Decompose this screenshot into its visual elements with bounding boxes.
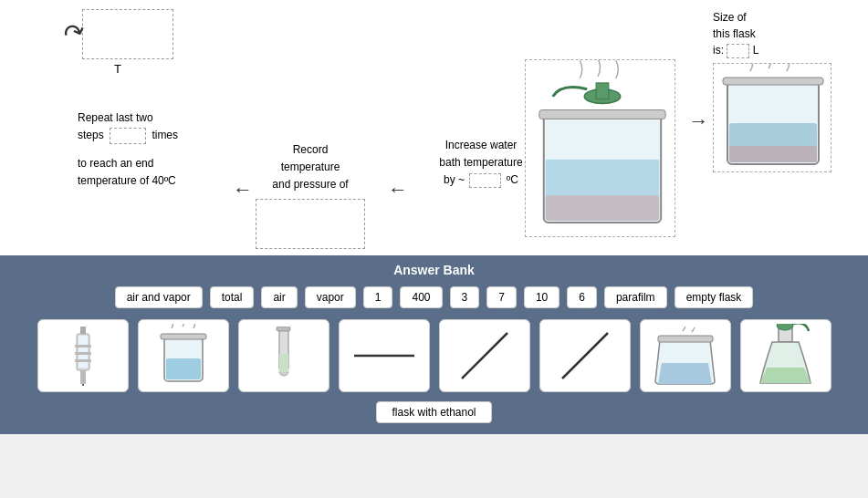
flask-size-text: Size of this flask is: L: [713, 9, 831, 58]
bottom-label-area: flask with ethanol: [14, 401, 854, 423]
svg-rect-2: [546, 195, 659, 221]
end-temp-text: to reach an end temperature of 40ºC: [78, 155, 176, 190]
word-chip[interactable]: 6: [567, 286, 597, 308]
record-temp-text: Recordtemperatureand pressure of: [256, 141, 365, 249]
t-box: [82, 9, 173, 59]
svg-rect-19: [166, 358, 201, 379]
word-chip[interactable]: parafilm: [604, 286, 667, 308]
svg-line-26: [462, 333, 507, 379]
word-chip[interactable]: 400: [400, 286, 442, 308]
svg-rect-23: [279, 354, 288, 372]
svg-rect-8: [729, 146, 817, 162]
svg-point-30: [777, 324, 793, 330]
diagonal-line-2-chip[interactable]: [539, 319, 631, 392]
word-chip[interactable]: 1: [363, 286, 393, 308]
answer-bank-words: air and vaportotalairvapor140037106paraf…: [14, 286, 854, 308]
svg-rect-12: [78, 336, 88, 368]
svg-rect-14: [75, 352, 91, 355]
diagram-area: T ↶ Repeat last two steps times to reach…: [9, 9, 859, 246]
answer-bank-title: Answer Bank: [14, 263, 854, 277]
svg-rect-10: [80, 327, 86, 334]
word-chip[interactable]: air: [261, 286, 297, 308]
word-chip[interactable]: 7: [486, 286, 517, 308]
word-chip[interactable]: 10: [524, 286, 559, 308]
syringe-chip[interactable]: [37, 319, 129, 392]
answer-bank: Answer Bank air and vaportotalairvapor14…: [0, 255, 868, 434]
temp-blank[interactable]: [469, 173, 501, 188]
svg-rect-24: [277, 327, 290, 331]
flask-size-section: Size of this flask is: L: [713, 9, 831, 172]
svg-rect-3: [539, 110, 665, 119]
svg-rect-5: [596, 83, 609, 99]
word-chip[interactable]: air and vapor: [115, 286, 203, 308]
horizontal-line-chip[interactable]: [339, 319, 430, 392]
word-chip[interactable]: vapor: [305, 286, 356, 308]
flask-illustration: [713, 63, 831, 172]
record-blank[interactable]: [256, 199, 365, 249]
svg-rect-20: [161, 334, 206, 339]
beaker-illustration: [525, 59, 675, 237]
svg-rect-13: [75, 345, 91, 348]
flask-to-beaker-arrow-icon: ←: [688, 109, 708, 133]
record-label: Recordtemperatureand pressure of: [272, 143, 348, 191]
increase-temp-text: Increase water bath temperature by ~ ºC: [422, 137, 540, 190]
flask-size-blank[interactable]: [727, 44, 749, 58]
svg-rect-16: [80, 370, 86, 384]
svg-rect-28: [658, 336, 713, 342]
svg-line-27: [562, 333, 608, 379]
t-label: T: [114, 62, 121, 76]
word-chip[interactable]: 3: [450, 286, 480, 308]
test-tube-chip[interactable]: [238, 319, 329, 392]
svg-rect-9: [723, 78, 823, 85]
word-chip[interactable]: empty flask: [675, 286, 754, 308]
svg-rect-15: [75, 359, 91, 362]
erlenmeyer-chip[interactable]: [740, 319, 831, 392]
steps-blank[interactable]: [110, 128, 146, 144]
arrow-left-2-icon: ←: [388, 178, 408, 202]
repeat-steps-text: Repeat last two steps times: [78, 109, 178, 144]
flask-with-ethanol-chip[interactable]: flask with ethanol: [376, 401, 491, 423]
beaker-steam-chip[interactable]: [138, 319, 229, 392]
image-chips-row: [14, 319, 854, 392]
arrow-left-1-icon: ←: [233, 178, 253, 202]
word-chip[interactable]: total: [210, 286, 255, 308]
diagonal-line-1-chip[interactable]: [439, 319, 530, 392]
wide-beaker-chip[interactable]: [640, 319, 731, 392]
